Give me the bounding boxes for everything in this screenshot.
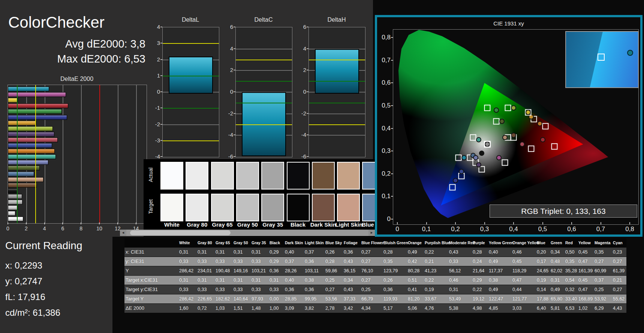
- column-header-foliage: Foliage: [343, 238, 360, 247]
- page-title: ColorChecker: [8, 13, 105, 31]
- swatch-target-black[interactable]: [287, 194, 310, 221]
- cie-measured-marker-purple: [476, 162, 481, 167]
- swatch-target-gray-80[interactable]: [186, 194, 208, 221]
- de-green-reference-line: [17, 85, 18, 223]
- column-header-gray-80: Gray 80: [196, 238, 214, 247]
- cell-orange-yellow-target-y: 121,77: [511, 294, 536, 303]
- swatch-target-gray-50[interactable]: [236, 194, 259, 221]
- cie-chart-title: CIE 1931 xy: [377, 20, 640, 27]
- cell-black-x-cie31: 0,29: [268, 248, 284, 257]
- cell-blue-flower-target-y-cie31: 0,25: [360, 285, 382, 294]
- cell-purplish-blue-target-x-cie31: 0,22: [424, 276, 448, 285]
- cell-blue-target-x-cie31: 0,19: [536, 276, 550, 285]
- vc-axis-label: 2: [298, 67, 306, 73]
- delta-e-bar-gray-80: [8, 211, 15, 216]
- cell-red-target-x-cie31: 0,54: [564, 276, 577, 285]
- cie-y-tick-label: 0,7: [379, 57, 391, 64]
- swatch-target-white[interactable]: [160, 194, 183, 221]
- cell-blue-sky--e-2000: 2,78: [324, 304, 343, 313]
- swatch-target-gray-65[interactable]: [211, 194, 234, 221]
- swatch-actual-gray-35[interactable]: [261, 162, 284, 190]
- cell-yellow-y: 161,39: [577, 266, 593, 275]
- cell-black-target-x-cie31: 0,31: [268, 276, 284, 285]
- column-header-dark-skin: Dark Skin: [284, 238, 304, 247]
- delta-e-chart-title: DeltaE 2000: [7, 76, 146, 82]
- cie-measured-marker-moderate-red: [520, 142, 525, 147]
- delta-e-bar-blue-sky: [8, 172, 34, 176]
- cie-x-tick-label: 0: [395, 225, 399, 233]
- swatch-actual-white[interactable]: [160, 162, 183, 190]
- scroll-left-arrow-icon[interactable]: ◄: [120, 230, 126, 236]
- inset-target-marker: [598, 54, 605, 61]
- column-header-red: Red: [564, 238, 577, 247]
- cie-x-tick-label: 0,5: [538, 225, 547, 233]
- cell-cyan-y-cie31: 0,27: [612, 257, 626, 266]
- de-yellow-reference-line: [35, 85, 36, 223]
- cell-foliage--e-2000: 3,42: [343, 304, 360, 313]
- cie-target-marker-green: [484, 105, 491, 111]
- cie-x-tick-label: 0,7: [596, 225, 605, 233]
- cell-yellow-green-y-cie31: 0,49: [488, 257, 511, 266]
- de-axis-label: 2: [25, 225, 28, 231]
- delta-e-bar-green: [8, 109, 62, 114]
- delta-c-title: DeltaC: [235, 16, 292, 23]
- swatch-actual-gray-65[interactable]: [211, 162, 234, 190]
- cie-y-tick-label: 0: [379, 215, 391, 223]
- swatch-actual-dark-skin[interactable]: [312, 162, 335, 190]
- cie-y-tick-label: 0,8: [379, 34, 391, 41]
- delta-e-bar-moderate-red: [8, 137, 58, 142]
- swatch-target-gray-35[interactable]: [261, 194, 284, 221]
- cie-x-tick: [542, 222, 543, 224]
- cie-y-tick: [391, 37, 393, 38]
- cell-light-skin-target-y-cie31: 0,36: [304, 285, 324, 294]
- cell-gray-80-y: 234,01: [196, 266, 214, 275]
- swatch-actual-gray-50[interactable]: [236, 162, 259, 190]
- cell-red-y: 35,28: [564, 266, 577, 275]
- scrollbar-thumb[interactable]: [130, 230, 231, 235]
- cell-blue-x-cie31: 0,20: [536, 248, 550, 257]
- cell-purplish-blue-y: 41,23: [424, 266, 448, 275]
- cie-zoom-inset: [565, 31, 639, 88]
- cell-gray-65-target-y-cie31: 0,33: [214, 285, 232, 294]
- cie-y-tick: [391, 196, 393, 197]
- cell-orange-target-y-cie31: 0,41: [407, 285, 424, 294]
- swatch-actual-blue-sky[interactable]: [362, 162, 375, 190]
- swatch-actual-light-skin[interactable]: [337, 162, 360, 190]
- cie-y-tick-label: 0,4: [379, 125, 391, 132]
- vc-reference-line: [236, 124, 292, 125]
- cell-purplish-blue-x-cie31: 0,22: [424, 248, 448, 257]
- cell-purplish-blue-y-cie31: 0,21: [424, 257, 448, 266]
- cell-dark-skin-x-cie31: 0,40: [284, 248, 304, 257]
- scrollbar-track[interactable]: [126, 230, 368, 236]
- cell-moderate-red-target-x-cie31: 0,46: [448, 276, 472, 285]
- cie-target-marker-red: [551, 143, 557, 150]
- delta-e-bar-magenta: [8, 92, 66, 97]
- swatch-scrollbar[interactable]: ◄ ►: [120, 230, 375, 236]
- vc-axis-label: 6: [225, 24, 233, 30]
- cell-dark-skin-target-x-cie31: 0,40: [284, 276, 304, 285]
- swatch-target-dark-skin[interactable]: [312, 194, 335, 221]
- cell-gray-35-y-cie31: 0,33: [250, 257, 268, 266]
- swatch-actual-black[interactable]: [287, 162, 310, 190]
- cell-gray-35-y: 103,21: [250, 266, 268, 275]
- cie-measured-marker-black: [479, 151, 484, 156]
- vc-reference-line: [309, 103, 365, 103]
- cell-bluish-green-target-y: 119,93: [382, 294, 407, 303]
- de-axis-tick: [44, 222, 45, 224]
- cell-gray-80-target-y: 226,65: [196, 294, 214, 303]
- cie-target-marker-yellow-green: [505, 105, 511, 111]
- scroll-right-arrow-icon[interactable]: ►: [368, 230, 375, 236]
- table-row--e-2000: ΔE 20001,600,721,031,511,481,003,093,822…: [124, 304, 626, 313]
- column-header-purple: Purple: [472, 238, 488, 247]
- cell-bluish-green-target-y-cie31: 0,36: [382, 285, 407, 294]
- swatch-actual-gray-80[interactable]: [186, 162, 208, 190]
- cell-black--e-2000: 1,00: [268, 304, 284, 313]
- swatch-strip: Actual Target WhiteGray 80Gray 65Gray 50…: [144, 159, 375, 237]
- cell-green--e-2000: 5,81: [550, 304, 564, 313]
- cie-target-marker-magenta: [502, 159, 508, 166]
- swatch-target-light-skin[interactable]: [337, 194, 360, 221]
- swatch-target-blue-sky[interactable]: [362, 194, 375, 221]
- cell-black-target-y-cie31: 0,33: [268, 285, 284, 294]
- cell-moderate-red-target-y: 53,49: [448, 294, 472, 303]
- de-gridline: [81, 85, 82, 223]
